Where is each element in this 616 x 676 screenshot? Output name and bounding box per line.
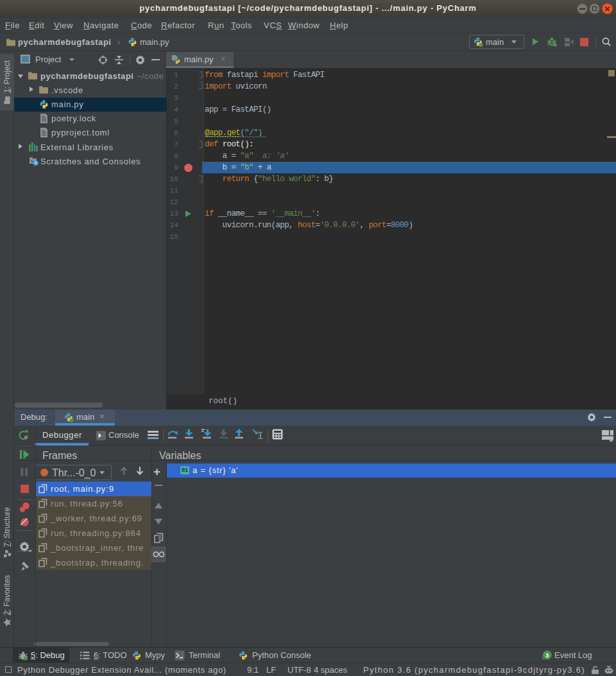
svg-text:3: 3 [545, 652, 549, 659]
